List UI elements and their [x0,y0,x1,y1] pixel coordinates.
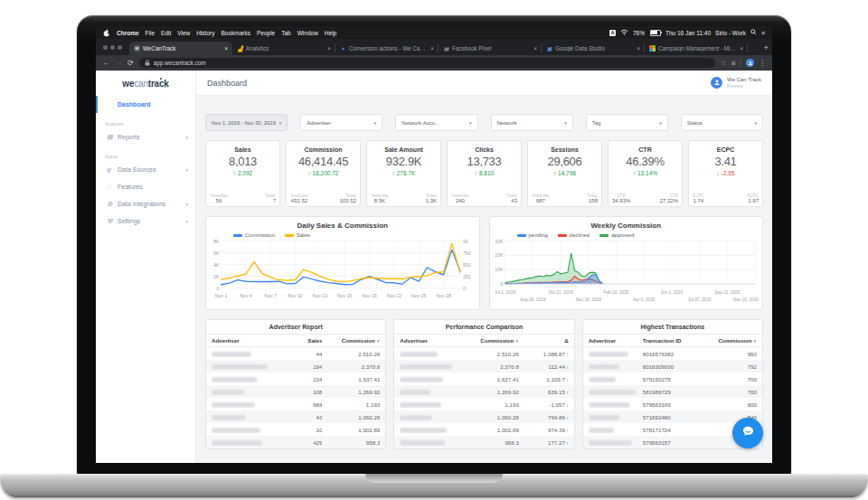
menu-item-file[interactable]: File [146,30,155,36]
chevron-down-icon: ▾ [185,219,188,224]
tab-google-data-studio[interactable]: ▦Google Data Studio× [542,42,645,55]
kpi-comparison: Yesterday240Today43 [451,193,517,203]
browser-profile-avatar[interactable] [746,59,754,67]
window-controls[interactable] [103,45,122,50]
notification-center-icon[interactable]: ≡ [761,30,765,36]
user-switcher[interactable]: Sirio - Work [715,30,746,36]
filter-advertiser[interactable]: Advertiser▾ [300,114,382,131]
sidebar-item-data-integrations[interactable]: ⚙Data Integrations▾ [96,195,195,212]
wecantrack-logo[interactable]: wecantrack [96,71,195,96]
redacted-advertiser-name [589,428,614,433]
input-source-icon[interactable]: A [609,30,616,36]
table-header-row: AdvertiserSalesCommission▼ [206,335,385,347]
tab-close-icon[interactable]: × [430,45,434,52]
account-menu[interactable]: We Can Track Preview [711,77,761,90]
menu-item-tab[interactable]: Tab [281,30,290,36]
date-range-filter[interactable]: Nov 1, 2019 - Nov 30, 2019▾ [205,114,288,131]
column-header-: Δ [519,337,569,344]
menu-item-edit[interactable]: Edit [161,30,171,36]
column-header-commission[interactable]: Commission▼ [708,337,757,344]
filter-network-acco[interactable]: Network Acco...▾ [395,114,477,131]
chat-launcher-button[interactable] [732,418,763,448]
spotlight-search-icon[interactable] [750,29,757,36]
wifi-icon[interactable] [620,29,628,36]
sidebar-item-reports[interactable]: ▤Reports▾ [96,128,195,146]
sidebar-item-features[interactable]: ∴Features [96,178,195,195]
sidebar-item-dashboard[interactable]: Dashboard [96,96,195,113]
menu-item-people[interactable]: People [257,30,275,36]
column-header-commission[interactable]: Commission▼ [465,337,519,344]
filter-status[interactable]: Status▾ [681,114,763,131]
table-cell-value: 684 [284,401,323,408]
sidebar-item-data-sources[interactable]: ψData Sources▾ [96,161,195,178]
battery-icon[interactable] [650,30,661,36]
table-cell [212,413,284,420]
tab-close-icon[interactable]: × [224,45,228,52]
table-row: 581989729700 [583,385,762,398]
sidebar-item-settings[interactable]: ⚒Settings▾ [96,212,195,230]
tab-facebook-pixel[interactable]: ▤Facebook Pixel× [439,42,542,55]
kpi-value: 29,606 [528,155,601,168]
charts-row: Daily Sales & Commission CommissionSales… [205,216,763,310]
bookmark-star-icon[interactable]: ☆ [721,60,726,66]
redacted-advertiser-name [400,364,452,370]
legend-label: Commission [245,232,275,238]
menu-item-history[interactable]: History [196,30,214,36]
svg-text:8K: 8K [213,238,220,243]
menu-item-help[interactable]: Help [325,30,336,36]
menu-item-bookmarks[interactable]: Bookmarks [221,30,250,36]
back-button[interactable]: ← [102,60,109,67]
tools-icon: ⚒ [107,218,118,225]
tab-close-icon[interactable]: × [637,45,640,52]
table-cell: 579150275 [643,376,708,382]
tab-close-icon[interactable]: × [533,45,537,52]
kpi-mini-value: 8.5K [371,198,389,203]
table-cell [400,363,464,369]
forward-button[interactable]: → [115,60,122,67]
tab-close-icon[interactable]: × [740,45,743,52]
kpi-value: 3.41 [689,155,762,168]
reload-button[interactable]: ⟳ [127,60,134,67]
svg-text:Nov 16: Nov 16 [337,293,352,298]
svg-text:0: 0 [500,281,503,287]
table-cell [589,413,643,420]
table-cell [589,388,643,394]
tab-analytics[interactable]: ▟Analytics× [232,42,335,55]
redacted-advertiser-name [400,415,432,420]
new-tab-button[interactable]: + [764,44,769,52]
table-row: 8016309000792 [583,360,762,373]
tab-campaign-management-micro[interactable]: Campaign Management - Micro× [645,42,748,55]
address-bar[interactable]: app.wecantrack.com [139,58,715,68]
kpi-mini-value: 56 [210,198,228,203]
kpi-comparison: Yesterday8.5KToday1.3K [371,193,437,203]
delta-up-icon: ↑ [566,377,569,382]
menu-bar-clock[interactable]: Thu 16 Jan 11:40 [665,30,711,36]
kpi-comparison: Yesterday56Today7 [210,193,276,203]
chat-bubble-icon [741,424,756,442]
apple-logo-icon[interactable] [103,29,110,37]
table-cell-value: 1,002.89 [322,427,380,433]
delta-up-icon: ↑ [566,415,569,420]
table-row: 8016576382950 [583,347,762,360]
table-performance-comparison: Performance ComparisonAdvertiserCommissi… [393,319,574,449]
menu-item-window[interactable]: Window [297,30,318,36]
reading-list-icon[interactable]: ≣ [731,60,736,66]
filter-tag[interactable]: Tag▾ [586,114,668,131]
column-header-commission[interactable]: Commission▼ [322,337,380,344]
filter-network[interactable]: Network▾ [491,114,573,131]
tab-wecantrack[interactable]: WWeCanTrack× [129,42,232,55]
redacted-advertiser-name [589,377,616,382]
active-app-name[interactable]: Chrome [117,30,139,36]
tab-conversion-actions-we-can-tr[interactable]: ▲Conversion actions - We Can Tr× [335,42,439,55]
tab-close-icon[interactable]: × [327,45,331,52]
nodes-icon: ∴ [107,184,118,191]
kebab-menu-icon[interactable]: ⋮ [759,60,766,67]
menu-item-view[interactable]: View [177,30,190,36]
kpi-value: 8,013 [206,155,279,168]
table-cell-value: 700 [708,389,757,395]
table-cell-value: 639.15↑ [519,389,569,395]
kpi-label: Sales [206,146,279,153]
kpi-mini-value: 687 [532,198,550,203]
svg-text:Nov 28: Nov 28 [436,293,450,298]
svg-text:Nov 10: Nov 10 [288,293,302,298]
